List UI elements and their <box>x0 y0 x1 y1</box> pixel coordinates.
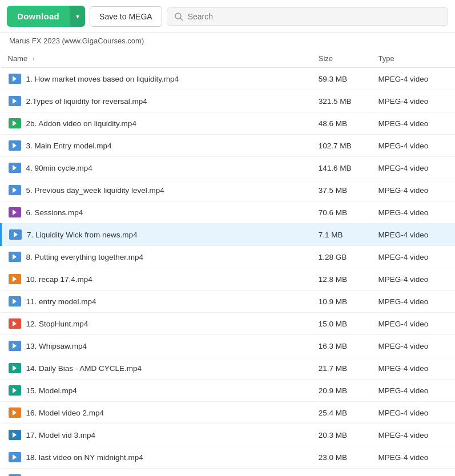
file-icon <box>8 116 22 130</box>
file-type: MPEG-4 video <box>371 201 455 224</box>
table-row[interactable]: 10. recap 17.4.mp4 12.8 MBMPEG-4 video <box>1 268 456 291</box>
file-type: MPEG-4 video <box>371 291 455 313</box>
file-type: MPEG-4 video <box>371 446 455 469</box>
table-row[interactable]: 18. last video on NY midnight.mp4 23.0 M… <box>1 446 456 469</box>
file-size: 102.7 MB <box>312 135 372 157</box>
file-icon <box>8 183 22 197</box>
file-name: 3. Main Entry model.mp4 <box>26 142 112 150</box>
file-name: 18. last video on NY midnight.mp4 <box>26 453 143 462</box>
download-chevron-button[interactable]: ▾ <box>70 6 85 27</box>
file-name: 1. How market moves based on liquidity.m… <box>26 75 179 83</box>
file-name: 6. Sessions.mp4 <box>26 208 83 217</box>
file-type: MPEG-4 video <box>371 268 455 291</box>
search-icon <box>174 12 183 21</box>
file-name: 14. Daily Bias - AMD CYCLE.mp4 <box>26 364 142 373</box>
download-button[interactable]: Download <box>7 6 70 27</box>
file-type: MPEG-4 video <box>371 380 455 402</box>
save-to-mega-button[interactable]: Save to MEGA <box>90 6 162 27</box>
file-size: 23.0 MB <box>312 446 372 469</box>
file-name: 11. entry model.mp4 <box>26 297 96 306</box>
file-type: MPEG-4 video <box>371 224 455 246</box>
file-size: 15.0 MB <box>312 313 372 335</box>
search-input[interactable] <box>188 12 441 21</box>
file-size: 37.5 MB <box>312 179 372 201</box>
file-size: 25.4 MB <box>312 402 372 424</box>
file-size: 1.28 GB <box>312 246 372 268</box>
download-group: Download ▾ <box>7 6 85 27</box>
svg-line-1 <box>180 18 183 21</box>
file-type: MPEG-4 video <box>371 246 455 268</box>
table-row[interactable]: 11. entry model.mp4 10.9 MBMPEG-4 video <box>1 291 456 313</box>
table-row[interactable]: 1. How market moves based on liquidity.m… <box>1 68 456 90</box>
file-table: Name ↑ Size Type 1. How market moves bas… <box>0 50 455 476</box>
file-name: 12. StopHunt.mp4 <box>26 320 88 328</box>
table-row[interactable]: 8. Putting everything together.mp4 1.28 … <box>1 246 456 268</box>
table-row[interactable]: 7. Liquidity Wick from news.mp4 7.1 MBMP… <box>1 224 456 246</box>
table-row[interactable]: 6. Sessions.mp4 70.6 MBMPEG-4 video <box>1 201 456 224</box>
file-icon <box>8 205 22 219</box>
column-header-name[interactable]: Name ↑ <box>1 50 312 68</box>
file-size: 20.9 MB <box>312 380 372 402</box>
file-icon <box>8 339 22 353</box>
file-icon <box>8 72 22 86</box>
table-row[interactable]: 13. Whipsaw.mp4 16.3 MBMPEG-4 video <box>1 335 456 357</box>
table-row[interactable]: 12. StopHunt.mp4 15.0 MBMPEG-4 video <box>1 313 456 335</box>
file-type: MPEG-4 video <box>371 402 455 424</box>
file-type: MPEG-4 video <box>371 313 455 335</box>
table-row[interactable]: 15. Model.mp4 20.9 MBMPEG-4 video <box>1 380 456 402</box>
file-name: 13. Whipsaw.mp4 <box>26 342 87 350</box>
file-size: 16.3 MB <box>312 335 372 357</box>
file-icon <box>8 384 22 397</box>
file-icon <box>8 361 22 375</box>
file-type: MPEG-4 video <box>371 424 455 446</box>
file-type: MPEG-4 video <box>371 112 455 135</box>
file-size: 21.7 MB <box>312 357 372 380</box>
file-name: 7. Liquidity Wick from news.mp4 <box>27 231 138 239</box>
table-row[interactable]: 5. Previous day_week liquidity level.mp4… <box>1 179 456 201</box>
file-name: 15. Model.mp4 <box>26 386 77 395</box>
file-icon <box>8 139 22 152</box>
file-icon <box>8 94 22 108</box>
file-icon <box>8 295 22 308</box>
file-size: 141.6 MB <box>312 157 372 179</box>
file-name: 5. Previous day_week liquidity level.mp4 <box>26 186 164 195</box>
table-row[interactable]: 14. Daily Bias - AMD CYCLE.mp4 21.7 MBMP… <box>1 357 456 380</box>
file-size: 12.8 MB <box>312 268 372 291</box>
table-row[interactable]: 2b. Addon video on liquidity.mp4 48.6 MB… <box>1 112 456 135</box>
file-name: 17. Model vid 3.mp4 <box>26 431 96 439</box>
file-size: 70.6 MB <box>312 201 372 224</box>
toolbar: Download ▾ Save to MEGA <box>0 0 455 33</box>
table-row[interactable]: 19. Daily timeframe.mp4 11.3 MBMPEG-4 vi… <box>1 469 456 477</box>
file-icon <box>8 406 22 419</box>
file-type: MPEG-4 video <box>371 135 455 157</box>
file-size: 11.3 MB <box>312 469 372 477</box>
file-name: 10. recap 17.4.mp4 <box>26 275 92 284</box>
table-row[interactable]: 16. Model video 2.mp4 25.4 MBMPEG-4 vide… <box>1 402 456 424</box>
file-size: 7.1 MB <box>312 224 372 246</box>
file-type: MPEG-4 video <box>371 179 455 201</box>
sort-arrow-name: ↑ <box>32 56 35 62</box>
table-row[interactable]: 2.Types of liquidity for reversal.mp4 32… <box>1 90 456 112</box>
file-name: 16. Model video 2.mp4 <box>26 409 104 417</box>
file-type: MPEG-4 video <box>371 68 455 90</box>
file-size: 10.9 MB <box>312 291 372 313</box>
search-bar <box>167 7 448 26</box>
subtitle: Marus FX 2023 (www.GigaCourses.com) <box>0 33 455 50</box>
file-type: MPEG-4 video <box>371 335 455 357</box>
file-size: 321.5 MB <box>312 90 372 112</box>
file-icon <box>8 272 22 286</box>
file-type: MPEG-4 video <box>371 157 455 179</box>
file-size: 59.3 MB <box>312 68 372 90</box>
table-row[interactable]: 3. Main Entry model.mp4 102.7 MBMPEG-4 v… <box>1 135 456 157</box>
table-row[interactable]: 4. 90min cycle.mp4 141.6 MBMPEG-4 video <box>1 157 456 179</box>
file-icon <box>8 473 22 476</box>
file-type: MPEG-4 video <box>371 469 455 477</box>
column-header-type[interactable]: Type <box>371 50 455 68</box>
file-type: MPEG-4 video <box>371 357 455 380</box>
file-icon <box>9 228 22 241</box>
file-size: 48.6 MB <box>312 112 372 135</box>
file-name: 2b. Addon video on liquidity.mp4 <box>26 119 136 128</box>
table-row[interactable]: 17. Model vid 3.mp4 20.3 MBMPEG-4 video <box>1 424 456 446</box>
file-icon <box>8 428 22 442</box>
column-header-size[interactable]: Size <box>312 50 372 68</box>
